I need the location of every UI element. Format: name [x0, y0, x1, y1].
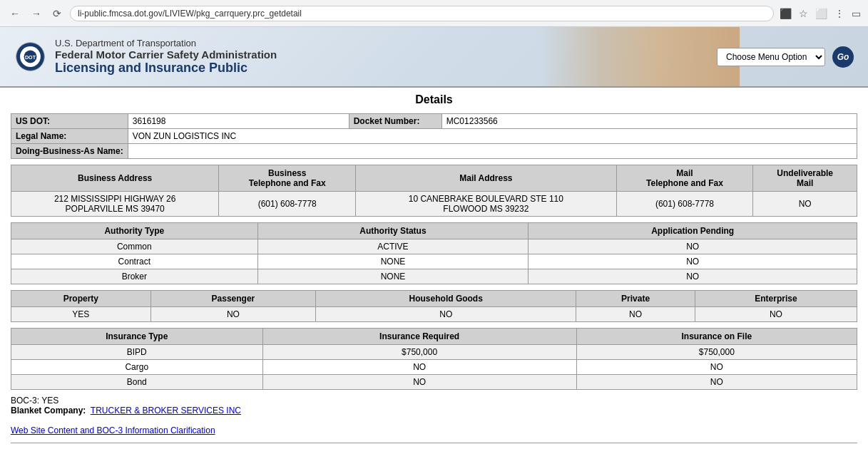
col-mail-address: Mail Address [356, 165, 616, 192]
header-text: U.S. Department of Transportation Federa… [55, 38, 277, 76]
agency-line3: Licensing and Insurance Public [55, 61, 277, 76]
insurance-row-bipd: BIPD $750,000 $750,000 [11, 345, 857, 360]
col-property: Property [11, 291, 151, 307]
col-insurance-on-file: Insurance on File [576, 329, 857, 345]
col-enterprise: Enterprise [695, 291, 857, 307]
blanket-company-row: Blanket Company: TRUCKER & BROKER SERVIC… [11, 406, 857, 416]
authority-pending-common: NO [529, 239, 857, 254]
blanket-company-link[interactable]: TRUCKER & BROKER SERVICES INC [91, 406, 241, 416]
extensions-icon[interactable]: ⬜ [815, 8, 827, 19]
boc3-info-link[interactable]: Web Site Content and BOC-3 Information C… [11, 425, 215, 435]
col-passenger: Passenger [150, 291, 315, 307]
insurance-on-file-bipd: $750,000 [576, 345, 857, 360]
authority-type-common: Common [11, 239, 258, 254]
cargo-data-row: YES NO NO NO NO [11, 307, 857, 322]
insurance-type-bond: Bond [11, 375, 263, 390]
undeliverable-value: NO [753, 192, 857, 217]
passenger-value: NO [150, 307, 315, 322]
legal-name-label: Legal Name: [11, 129, 128, 144]
property-value: YES [11, 307, 151, 322]
authority-row-common: Common ACTIVE NO [11, 239, 857, 254]
truck-image [540, 27, 740, 86]
docket-label: Docket Number: [349, 114, 441, 129]
address-table: Business Address BusinessTelephone and F… [11, 165, 857, 217]
dba-value [128, 144, 857, 159]
url-text: li-public.fmcsa.dot.gov/LIVIEW/pkg_carrq… [78, 9, 302, 19]
insurance-type-cargo: Cargo [11, 360, 263, 375]
browser-toolbar: ⬛ ☆ ⬜ ⋮ ▭ [780, 8, 861, 19]
reload-button[interactable]: ⟳ [50, 6, 64, 21]
cargo-table: Property Passenger Household Goods Priva… [11, 290, 857, 322]
authority-row-contract: Contract NONE NO [11, 254, 857, 269]
mail-phone-value: (601) 608-7778 [616, 192, 753, 217]
header-banner: DOT U.S. Department of Transportation Fe… [0, 27, 868, 88]
go-button[interactable]: Go [832, 46, 854, 68]
authority-row-broker: Broker NONE NO [11, 269, 857, 284]
col-insurance-required: Insurance Required [262, 329, 576, 345]
page-title: Details [11, 93, 857, 106]
col-undeliverable: UndeliverableMail [753, 165, 857, 192]
insurance-required-bond: NO [262, 375, 576, 390]
insurance-on-file-bond: NO [576, 375, 857, 390]
dba-label: Doing-Business-As Name: [11, 144, 128, 159]
agency-line2: Federal Motor Carrier Safety Administrat… [55, 48, 277, 61]
docket-value: MC01233566 [441, 114, 857, 129]
address-bar[interactable]: li-public.fmcsa.dot.gov/LIVIEW/pkg_carrq… [70, 6, 774, 21]
enterprise-value: NO [695, 307, 857, 322]
dba-row: Doing-Business-As Name: [11, 144, 857, 159]
col-app-pending: Application Pending [529, 223, 857, 239]
address-header-row: Business Address BusinessTelephone and F… [11, 165, 857, 192]
boc-section: BOC-3: YES Blanket Company: TRUCKER & BR… [11, 396, 857, 435]
info-link-row: Web Site Content and BOC-3 Information C… [11, 425, 857, 435]
business-address-value: 212 MISSISSIPPI HIGHWAY 26POPLARVILLE MS… [11, 192, 219, 217]
cargo-header-row: Property Passenger Household Goods Priva… [11, 291, 857, 307]
browser-chrome: ← → ⟳ li-public.fmcsa.dot.gov/LIVIEW/pkg… [0, 0, 868, 27]
agency-line1: U.S. Department of Transportation [55, 38, 277, 48]
authority-pending-broker: NO [529, 269, 857, 284]
usdot-value: 3616198 [128, 114, 349, 129]
col-business-phone: BusinessTelephone and Fax [219, 165, 356, 192]
insurance-on-file-cargo: NO [576, 360, 857, 375]
authority-table: Authority Type Authority Status Applicat… [11, 222, 857, 284]
translate-icon[interactable]: ⬛ [780, 8, 792, 19]
authority-type-broker: Broker [11, 269, 258, 284]
col-authority-type: Authority Type [11, 223, 258, 239]
col-mail-phone: MailTelephone and Fax [616, 165, 753, 192]
dot-logo: DOT [14, 41, 46, 73]
bottom-nav: Authority Carrier Related Persons Inspec… [11, 443, 857, 449]
insurance-row-cargo: Cargo NO NO [11, 360, 857, 375]
legal-name-value: VON ZUN LOGISTICS INC [128, 129, 857, 144]
insurance-required-bipd: $750,000 [262, 345, 576, 360]
menu-icon[interactable]: ⋮ [834, 8, 844, 19]
header-right: Choose Menu Option Go [717, 46, 854, 68]
legal-name-row: Legal Name: VON ZUN LOGISTICS INC [11, 129, 857, 144]
svg-text:DOT: DOT [25, 54, 36, 61]
col-private: Private [576, 291, 695, 307]
authority-header-row: Authority Type Authority Status Applicat… [11, 223, 857, 239]
back-button[interactable]: ← [7, 6, 23, 21]
authority-status-common: ACTIVE [257, 239, 529, 254]
col-household-goods: Household Goods [316, 291, 576, 307]
mail-address-value: 10 CANEBRAKE BOULEVARD STE 110FLOWOOD MS… [356, 192, 616, 217]
menu-select[interactable]: Choose Menu Option [717, 48, 825, 66]
forward-button[interactable]: → [29, 6, 44, 21]
private-value: NO [576, 307, 695, 322]
household-goods-value: NO [316, 307, 576, 322]
business-phone-value: (601) 608-7778 [219, 192, 356, 217]
insurance-row-bond: Bond NO NO [11, 375, 857, 390]
col-authority-status: Authority Status [257, 223, 529, 239]
main-content: Details US DOT: 3616198 Docket Number: M… [0, 88, 868, 449]
insurance-table: Insurance Type Insurance Required Insura… [11, 328, 857, 390]
authority-pending-contract: NO [529, 254, 857, 269]
authority-type-contract: Contract [11, 254, 258, 269]
col-insurance-type: Insurance Type [11, 329, 263, 345]
header-left: DOT U.S. Department of Transportation Fe… [14, 38, 277, 76]
cast-icon[interactable]: ▭ [852, 8, 861, 19]
insurance-type-bipd: BIPD [11, 345, 263, 360]
bookmark-icon[interactable]: ☆ [799, 8, 808, 19]
usdot-row: US DOT: 3616198 Docket Number: MC0123356… [11, 114, 857, 129]
insurance-required-cargo: NO [262, 360, 576, 375]
basic-info-table: US DOT: 3616198 Docket Number: MC0123356… [11, 113, 857, 159]
authority-status-broker: NONE [257, 269, 529, 284]
boc3-text: BOC-3: YES [11, 396, 857, 406]
